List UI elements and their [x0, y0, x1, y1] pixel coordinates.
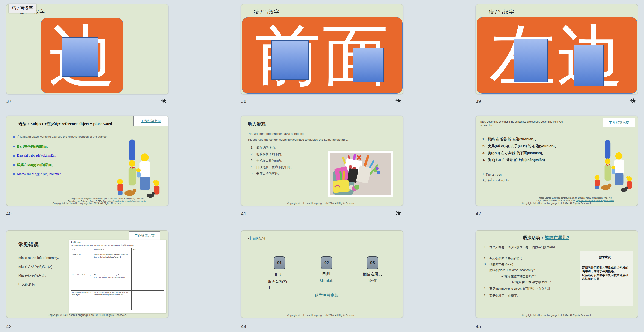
hanzi-tile: 左边	[476, 17, 637, 94]
slide-number: 38	[241, 98, 246, 104]
transition-star-icon	[395, 210, 402, 216]
cover-rectangle	[574, 45, 604, 86]
slide-number: 39	[476, 98, 481, 104]
dictation-item: 手机在白板的前面。	[256, 159, 284, 163]
step-badge-01: 01	[274, 256, 285, 269]
activity-step: 你的同学要猜(cāi):	[490, 262, 514, 266]
table-cell: The academic building is in front of you…	[71, 291, 93, 310]
transition-star-icon	[160, 98, 167, 104]
listening-title: 听力游戏	[248, 121, 266, 127]
bullet-square-icon	[13, 155, 15, 157]
error-line: Mia 在左边的妈妈。(X)	[18, 265, 52, 269]
slide-thumbnail-37[interactable]: 猜 / 写汉字 边	[6, 4, 168, 94]
slide-thumbnail-41[interactable]: 听力游戏 You will hear the teacher say a sen…	[241, 116, 403, 206]
error-line: 中文的逻辑	[18, 282, 35, 286]
simpsons-family-image	[106, 138, 166, 202]
slide-thumbnail-39[interactable]: 猜 / 写汉字 左边	[476, 4, 638, 94]
answer-sheet-link[interactable]: 给学生答案纸	[306, 293, 347, 298]
copyright-text: Copyright © Lai Laoshi Language Lab 2024…	[6, 202, 168, 205]
copyright-text: Copyright © Lai Laoshi Language Lab 2024…	[241, 314, 403, 316]
note-body: 建议老师们将照片替换成自己学校的鸟瞰图，这样学生更熟悉。	[582, 266, 630, 273]
slide-number: 42	[476, 211, 481, 216]
cover-rectangle	[62, 38, 98, 77]
doc-heading: 中文的Logic:	[71, 241, 164, 243]
worksheet-link[interactable]: 工作纸第八页	[134, 234, 154, 238]
activity-step: 要是the answer is close, 你可以说：“有点儿对”	[490, 287, 551, 291]
slide-thumbnail-43[interactable]: 工作纸第八页 常见错误 Mia is at the left of mommy.…	[6, 230, 168, 318]
slide-number: 45	[476, 324, 481, 329]
task-sentence: 女儿(nǚ ér) 在 儿子(ér zi) 的 右边(yòubiān)。	[488, 144, 558, 148]
errors-title: 常见错误	[18, 241, 38, 248]
step-badge-03: 03	[367, 256, 378, 269]
bullet-square-icon	[13, 173, 15, 175]
intro-line: Please use the school supplies you have …	[248, 138, 348, 141]
teaching-note-box: 教学建议： 建议老师们将照片替换成自己学校的鸟瞰图，这样学生更熟悉。 此活动可以…	[580, 251, 633, 306]
grammar-bullet: Bart在爸爸(的)前面。	[17, 144, 50, 149]
table-header: 英文	[71, 248, 93, 253]
step1-label: 听力	[266, 272, 292, 277]
activity-step: 要是你对了， 你赢了。	[490, 294, 520, 298]
bullet-square-icon	[13, 164, 15, 166]
slide-title: 猜 / 写汉字	[254, 9, 279, 16]
grammar-bullet: Bart zài bàba (de) qiánmiàn.	[17, 154, 56, 157]
note-body: 此活动可以帮助学生复习校园地点和表达相对位置。	[582, 273, 630, 281]
embedded-doc: 中文的Logic: When making a reference, state…	[69, 240, 166, 313]
transition-star-icon	[630, 98, 636, 104]
error-line: Mia is at the left of mommy.	[18, 256, 59, 260]
activity-step: 别给你的同学看你的照片。	[490, 257, 525, 261]
doc-subheading: When making a reference, state the refer…	[71, 244, 164, 246]
simpsons-family-image	[586, 134, 636, 200]
grammar-bullet: Māma zài Maggie (de) hòumiàn.	[17, 172, 62, 176]
glossary-line: 女儿(nǚ ér): daughter	[482, 178, 510, 182]
cover-rectangle	[272, 41, 309, 80]
note-title: 教学建议：	[582, 255, 630, 259]
hanzi-tile: 边	[41, 18, 123, 93]
cover-rectangle	[514, 39, 548, 82]
activity-substep: b.“熊猫在/不在 教学楼里面。”	[512, 280, 551, 284]
transition-star-icon	[395, 98, 402, 104]
glossary-line: 儿子(ér zi): son	[482, 173, 502, 177]
step3-sublabel: 说位置	[357, 279, 388, 283]
activity-title: 语法活动：熊猫在哪儿?	[496, 235, 595, 241]
image-source-caption: Image Source: Wikipedia contributors. (n…	[515, 197, 636, 202]
step1-sublabel: 听声音拍拍手	[268, 279, 290, 291]
worksheet-link[interactable]: 工作纸第七页	[609, 121, 629, 125]
task-sentence: 狗(gǒu) 在 小妹妹 的下面(xiàmiàn)。	[488, 151, 546, 155]
table-cell	[132, 253, 164, 273]
slide-thumbnail-40[interactable]: 工作纸第七页 语法：Subject +在(zài)+ reference obj…	[6, 116, 168, 206]
slide-number: 40	[6, 211, 12, 216]
grammar-bullet: 在(zài)and place words to express the rel…	[17, 135, 107, 139]
table-cell: Draw a line and identify the reference p…	[93, 253, 132, 273]
task-sentence: 妈妈 在 爸爸 的 左边(zuǒbiān)。	[488, 137, 538, 141]
slide-thumbnail-44[interactable]: 生词练习 01 02 03 听力 听声音拍拍手 自测 Gimkit 熊猫在哪儿 …	[241, 230, 403, 318]
hanzi-word: 左边	[490, 22, 624, 89]
slide-thumbnail-45[interactable]: 语法活动：熊猫在哪儿? 1.每个人都有一张校园照片。有一个熊猫在照片里面。 2.…	[476, 230, 638, 318]
table-cell	[132, 273, 164, 291]
grammar-title: 语法：Subject +在(zài)+ reference object + p…	[18, 121, 156, 126]
gimkit-link[interactable]: Gimkit	[315, 278, 338, 283]
bullet-square-icon	[13, 146, 15, 147]
table-cell: Before 3: 00	[71, 253, 93, 273]
bullet-square-icon	[13, 136, 15, 138]
dictation-item: 白板笔在白板和书的中间。	[256, 165, 294, 169]
school-supplies-photo	[328, 151, 393, 197]
worksheet-link-box: 工作纸第八页	[129, 231, 160, 240]
activity-step: 每个人都有一张校园照片。有一个熊猫在照片里面。	[490, 245, 558, 249]
table-header: 中文	[132, 248, 164, 253]
hanzi-tile: 前面	[242, 17, 402, 94]
table-cell: Mia is at the left of mommy.	[71, 273, 93, 291]
dictation-item: 书在桌子的右边。	[256, 172, 281, 176]
copyright-text: Copyright © Lai Laoshi Language Lab 2024…	[476, 202, 638, 205]
slide-thumbnail-42[interactable]: Task. Determine whether if the sentences…	[476, 116, 638, 206]
logic-table: 英文 Visualize 中文 中文 Before 3: 00 Draw a l…	[71, 248, 164, 310]
table-header: Visualize 中文	[93, 248, 132, 253]
activity-substep: a.“熊猫在教学楼里面吗？”	[501, 274, 536, 278]
slide-thumbnail-38[interactable]: 猜 / 写汉字 前面	[241, 4, 403, 94]
copyright-text: Copyright © Lai Laoshi Language Lab 2024…	[241, 202, 403, 205]
panda-activity-link[interactable]: 熊猫在哪儿?	[544, 235, 569, 240]
dictation-item: 笔在纸的上面。	[256, 146, 278, 150]
slide-title: 猜 / 写汉字	[488, 9, 514, 16]
error-line: Mia 在妈妈的左边。	[18, 273, 48, 278]
copyright-text: Copyright © Lai Laoshi Language Lab 2024…	[6, 313, 168, 316]
image-source-link[interactable]: https://en.wikipedia.org/wiki/Simpson_fa…	[576, 199, 614, 202]
